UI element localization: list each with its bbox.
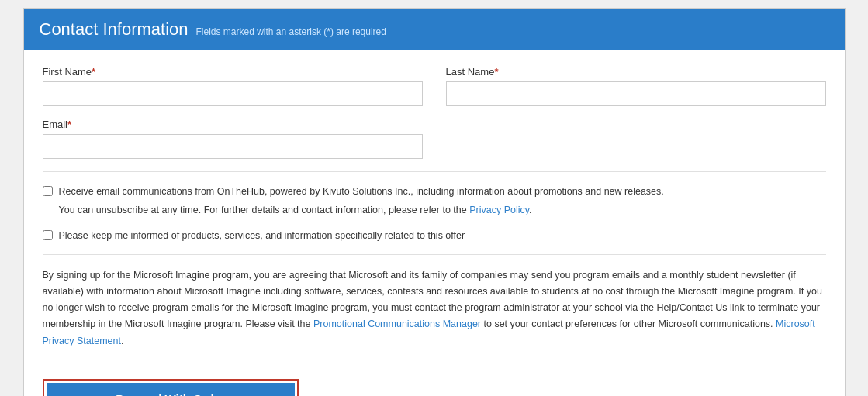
- checkbox1-text: Receive email communications from OnTheH…: [59, 184, 664, 199]
- first-name-label: First Name*: [43, 66, 423, 77]
- header-bar: Contact Information Fields marked with a…: [24, 9, 845, 50]
- unsubscribe-text: You can unsubscribe at any time. For fur…: [59, 202, 826, 218]
- name-row: First Name* Last Name*: [43, 66, 826, 106]
- checkbox1-section: Receive email communications from OnTheH…: [43, 184, 826, 218]
- form-body: First Name* Last Name* Email*: [24, 50, 845, 379]
- page-container: Contact Information Fields marked with a…: [23, 8, 846, 396]
- proceed-button-outer: Proceed With Order: [43, 379, 299, 396]
- first-name-group: First Name*: [43, 66, 423, 106]
- divider2: [43, 254, 826, 255]
- email-communications-checkbox[interactable]: [43, 186, 53, 196]
- email-input[interactable]: [43, 134, 423, 159]
- policy-section: By signing up for the Microsoft Imagine …: [43, 267, 826, 350]
- email-label: Email*: [43, 119, 423, 130]
- last-name-label: Last Name*: [446, 66, 826, 77]
- promo-communications-link[interactable]: Promotional Communications Manager: [313, 319, 481, 329]
- email-group: Email*: [43, 119, 423, 159]
- first-name-input[interactable]: [43, 81, 423, 106]
- last-name-input[interactable]: [446, 81, 826, 106]
- product-info-checkbox[interactable]: [43, 230, 53, 240]
- proceed-wrapper: Proceed With Order: [24, 379, 845, 396]
- divider1: [43, 171, 826, 172]
- last-name-group: Last Name*: [446, 66, 826, 106]
- privacy-policy-link[interactable]: Privacy Policy: [469, 205, 529, 215]
- header-title: Contact Information: [40, 19, 188, 40]
- proceed-order-button[interactable]: Proceed With Order: [47, 383, 295, 396]
- checkbox2-section: Please keep me informed of products, ser…: [43, 229, 826, 243]
- email-row: Email*: [43, 119, 826, 159]
- checkbox2-row: Please keep me informed of products, ser…: [43, 229, 826, 243]
- checkbox2-text: Please keep me informed of products, ser…: [59, 229, 465, 243]
- checkbox1-row: Receive email communications from OnTheH…: [43, 184, 826, 199]
- header-subtitle: Fields marked with an asterisk (*) are r…: [195, 26, 386, 37]
